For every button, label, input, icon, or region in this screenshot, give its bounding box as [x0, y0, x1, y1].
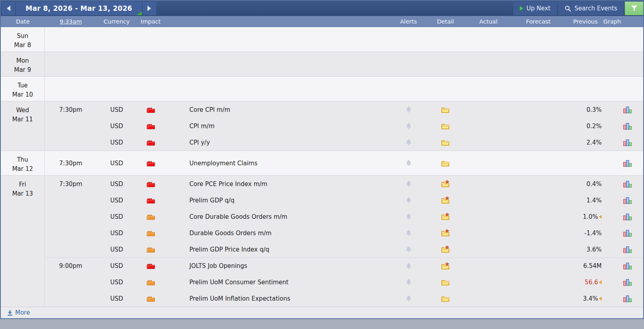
- graph-icon[interactable]: [603, 230, 643, 237]
- graph-icon[interactable]: [603, 123, 643, 130]
- event-currency: USD: [97, 106, 137, 113]
- alert-bell-icon[interactable]: [386, 230, 431, 236]
- filter-button[interactable]: [625, 2, 643, 15]
- alert-bell-icon[interactable]: [386, 139, 431, 146]
- alert-bell-icon[interactable]: [386, 160, 431, 166]
- alert-bell-icon[interactable]: [386, 123, 431, 129]
- alert-bell-icon[interactable]: [386, 180, 431, 187]
- event-name[interactable]: Core PCE Price Index m/m: [165, 180, 386, 188]
- date-range-label: Mar 8, 2026 - Mar 13, 2026: [26, 4, 132, 12]
- next-week-button[interactable]: [143, 2, 156, 15]
- previous-value: 0.3%: [586, 106, 602, 113]
- event-name[interactable]: CPI y/y: [165, 139, 386, 146]
- alert-bell-icon[interactable]: [386, 295, 431, 302]
- event-row: USDCPI y/y2.4%: [45, 134, 643, 151]
- previous-value: 2.4%: [586, 139, 602, 146]
- graph-icon[interactable]: [603, 160, 643, 167]
- detail-folder-star-icon[interactable]: [431, 229, 459, 237]
- day-date: Mar 8: [14, 41, 31, 50]
- event-currency: USD: [97, 160, 137, 167]
- event-name[interactable]: JOLTS Job Openings: [165, 262, 386, 270]
- graph-icon[interactable]: [603, 180, 643, 188]
- previous-value: -1.4%: [584, 230, 602, 237]
- event-previous: 1.0%: [559, 213, 603, 220]
- impact-high-icon: [137, 107, 165, 113]
- graph-icon[interactable]: [603, 279, 643, 286]
- event-row: 7:30pmUSDCore CPI m/m0.3%: [45, 101, 643, 118]
- graph-icon[interactable]: [603, 213, 643, 220]
- detail-folder-icon[interactable]: [431, 139, 459, 146]
- impact-high-icon: [137, 123, 165, 129]
- detail-folder-icon[interactable]: [431, 278, 459, 286]
- event-name[interactable]: Durable Goods Orders m/m: [165, 230, 386, 237]
- day-name: Wed: [16, 106, 29, 115]
- detail-folder-star-icon[interactable]: [431, 262, 459, 270]
- event-currency: USD: [97, 123, 137, 130]
- up-next-label: Up Next: [527, 5, 551, 12]
- event-name[interactable]: Prelim UoM Consumer Sentiment: [165, 279, 386, 286]
- event-time: 7:30pm: [45, 160, 97, 167]
- detail-folder-icon[interactable]: [431, 106, 459, 113]
- event-name[interactable]: Prelim GDP Price Index q/q: [165, 246, 386, 253]
- graph-icon[interactable]: [603, 246, 643, 253]
- impact-medium-icon: [137, 230, 165, 236]
- event-row: USDCPI m/m0.2%: [45, 118, 643, 134]
- day-row-sun: SunMar 8: [1, 27, 643, 52]
- alert-bell-icon[interactable]: [386, 213, 431, 220]
- graph-icon[interactable]: [603, 106, 643, 113]
- previous-value: 1.0%: [583, 213, 598, 220]
- header-impact: Impact: [137, 18, 165, 25]
- detail-folder-icon[interactable]: [431, 122, 459, 130]
- event-name[interactable]: Prelim UoM Inflation Expectations: [165, 295, 386, 302]
- alert-bell-icon[interactable]: [386, 106, 431, 113]
- event-row: USDPrelim UoM Consumer Sentiment56.6: [45, 274, 643, 290]
- filter-funnel-icon: [631, 5, 638, 12]
- header-previous: Previous: [559, 18, 603, 25]
- prev-week-button[interactable]: [2, 2, 15, 15]
- play-icon: [520, 6, 523, 11]
- alert-bell-icon[interactable]: [386, 197, 431, 204]
- search-events-button[interactable]: Search Events: [558, 2, 624, 15]
- revised-triangle-icon: [599, 297, 602, 301]
- date-range-button[interactable]: Mar 8, 2026 - Mar 13, 2026: [16, 2, 142, 15]
- revised-triangle-icon: [599, 280, 602, 284]
- graph-icon[interactable]: [603, 139, 643, 146]
- more-label: More: [15, 309, 30, 316]
- detail-folder-icon[interactable]: [431, 295, 459, 302]
- impact-medium-icon: [137, 279, 165, 285]
- detail-folder-star-icon[interactable]: [431, 196, 459, 204]
- alert-bell-icon[interactable]: [386, 263, 431, 270]
- header-actual: Actual: [459, 18, 517, 25]
- graph-icon[interactable]: [603, 262, 643, 270]
- chevron-right-icon: [147, 6, 151, 11]
- chevron-left-icon: [7, 6, 10, 11]
- event-name[interactable]: CPI m/m: [165, 123, 386, 130]
- event-time: 7:30pm: [45, 106, 97, 113]
- event-previous: 1.4%: [559, 197, 603, 204]
- more-link[interactable]: More: [7, 309, 30, 316]
- alert-bell-icon[interactable]: [386, 279, 431, 285]
- graph-icon[interactable]: [603, 295, 643, 302]
- event-name[interactable]: Core Durable Goods Orders m/m: [165, 213, 386, 220]
- previous-value: 3.6%: [586, 246, 602, 253]
- day-row-mon: MonMar 9: [1, 52, 643, 76]
- header-forecast: Forecast: [517, 18, 559, 25]
- event-name[interactable]: Prelim GDP q/q: [165, 197, 386, 204]
- detail-folder-star-icon[interactable]: [431, 180, 459, 188]
- detail-folder-star-icon[interactable]: [431, 213, 459, 220]
- event-currency: USD: [97, 180, 137, 188]
- event-previous: 3.4%: [559, 295, 603, 302]
- up-next-button[interactable]: Up Next: [513, 2, 557, 15]
- date-cell: FriMar 13: [1, 176, 45, 307]
- impact-high-icon: [137, 139, 165, 146]
- event-name[interactable]: Core CPI m/m: [165, 106, 386, 113]
- detail-folder-star-icon[interactable]: [431, 246, 459, 253]
- day-events: [45, 52, 643, 76]
- detail-folder-icon[interactable]: [431, 159, 459, 167]
- impact-high-icon: [137, 197, 165, 204]
- graph-icon[interactable]: [603, 197, 643, 204]
- alert-bell-icon[interactable]: [386, 246, 431, 253]
- event-name[interactable]: Unemployment Claims: [165, 160, 386, 167]
- header-time-link[interactable]: 9:33am: [45, 18, 97, 25]
- day-events: [45, 77, 643, 101]
